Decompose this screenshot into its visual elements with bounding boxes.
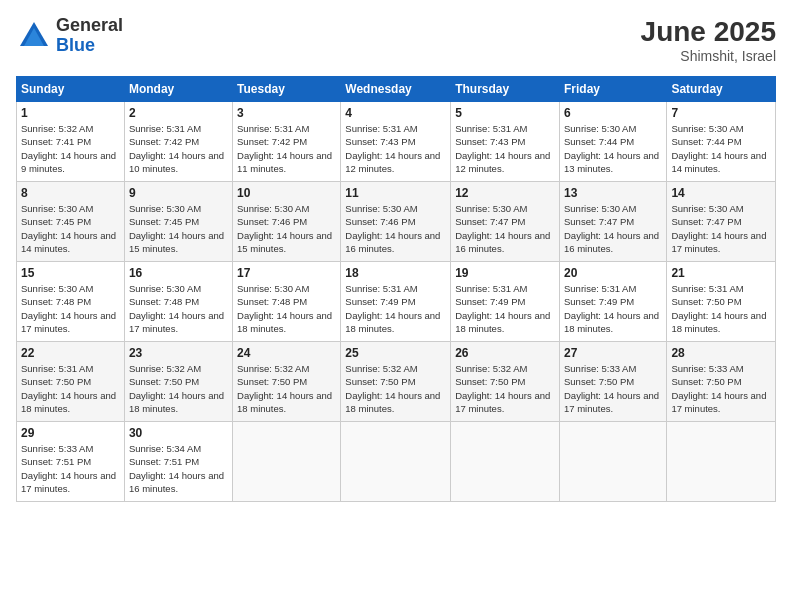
- table-row: 14Sunrise: 5:30 AM Sunset: 7:47 PM Dayli…: [667, 182, 776, 262]
- day-info: Sunrise: 5:30 AM Sunset: 7:44 PM Dayligh…: [671, 122, 771, 175]
- day-number: 3: [237, 106, 336, 120]
- day-number: 28: [671, 346, 771, 360]
- day-number: 5: [455, 106, 555, 120]
- table-row: 29Sunrise: 5:33 AM Sunset: 7:51 PM Dayli…: [17, 422, 125, 502]
- calendar-row: 1Sunrise: 5:32 AM Sunset: 7:41 PM Daylig…: [17, 102, 776, 182]
- table-row: 1Sunrise: 5:32 AM Sunset: 7:41 PM Daylig…: [17, 102, 125, 182]
- day-info: Sunrise: 5:31 AM Sunset: 7:43 PM Dayligh…: [455, 122, 555, 175]
- day-info: Sunrise: 5:30 AM Sunset: 7:48 PM Dayligh…: [21, 282, 120, 335]
- day-number: 27: [564, 346, 662, 360]
- calendar-row: 15Sunrise: 5:30 AM Sunset: 7:48 PM Dayli…: [17, 262, 776, 342]
- day-info: Sunrise: 5:32 AM Sunset: 7:50 PM Dayligh…: [345, 362, 446, 415]
- day-number: 25: [345, 346, 446, 360]
- day-info: Sunrise: 5:32 AM Sunset: 7:50 PM Dayligh…: [129, 362, 228, 415]
- day-info: Sunrise: 5:32 AM Sunset: 7:50 PM Dayligh…: [237, 362, 336, 415]
- table-row: 6Sunrise: 5:30 AM Sunset: 7:44 PM Daylig…: [559, 102, 666, 182]
- day-number: 18: [345, 266, 446, 280]
- table-row: [667, 422, 776, 502]
- col-saturday: Saturday: [667, 77, 776, 102]
- day-info: Sunrise: 5:32 AM Sunset: 7:50 PM Dayligh…: [455, 362, 555, 415]
- day-number: 17: [237, 266, 336, 280]
- day-info: Sunrise: 5:30 AM Sunset: 7:46 PM Dayligh…: [345, 202, 446, 255]
- table-row: 8Sunrise: 5:30 AM Sunset: 7:45 PM Daylig…: [17, 182, 125, 262]
- table-row: 2Sunrise: 5:31 AM Sunset: 7:42 PM Daylig…: [124, 102, 232, 182]
- table-row: 13Sunrise: 5:30 AM Sunset: 7:47 PM Dayli…: [559, 182, 666, 262]
- table-row: 19Sunrise: 5:31 AM Sunset: 7:49 PM Dayli…: [451, 262, 560, 342]
- table-row: 23Sunrise: 5:32 AM Sunset: 7:50 PM Dayli…: [124, 342, 232, 422]
- day-number: 13: [564, 186, 662, 200]
- table-row: 27Sunrise: 5:33 AM Sunset: 7:50 PM Dayli…: [559, 342, 666, 422]
- logo-icon: [16, 18, 52, 54]
- calendar-row: 8Sunrise: 5:30 AM Sunset: 7:45 PM Daylig…: [17, 182, 776, 262]
- day-info: Sunrise: 5:31 AM Sunset: 7:50 PM Dayligh…: [21, 362, 120, 415]
- table-row: 7Sunrise: 5:30 AM Sunset: 7:44 PM Daylig…: [667, 102, 776, 182]
- day-info: Sunrise: 5:31 AM Sunset: 7:49 PM Dayligh…: [345, 282, 446, 335]
- table-row: [559, 422, 666, 502]
- day-number: 20: [564, 266, 662, 280]
- day-info: Sunrise: 5:30 AM Sunset: 7:47 PM Dayligh…: [455, 202, 555, 255]
- table-row: 3Sunrise: 5:31 AM Sunset: 7:42 PM Daylig…: [233, 102, 341, 182]
- header: General Blue June 2025 Shimshit, Israel: [16, 16, 776, 64]
- table-row: 16Sunrise: 5:30 AM Sunset: 7:48 PM Dayli…: [124, 262, 232, 342]
- day-info: Sunrise: 5:31 AM Sunset: 7:50 PM Dayligh…: [671, 282, 771, 335]
- day-info: Sunrise: 5:30 AM Sunset: 7:48 PM Dayligh…: [129, 282, 228, 335]
- day-info: Sunrise: 5:33 AM Sunset: 7:51 PM Dayligh…: [21, 442, 120, 495]
- table-row: 18Sunrise: 5:31 AM Sunset: 7:49 PM Dayli…: [341, 262, 451, 342]
- table-row: 28Sunrise: 5:33 AM Sunset: 7:50 PM Dayli…: [667, 342, 776, 422]
- day-info: Sunrise: 5:31 AM Sunset: 7:43 PM Dayligh…: [345, 122, 446, 175]
- title-block: June 2025 Shimshit, Israel: [641, 16, 776, 64]
- day-info: Sunrise: 5:32 AM Sunset: 7:41 PM Dayligh…: [21, 122, 120, 175]
- day-number: 11: [345, 186, 446, 200]
- table-row: 15Sunrise: 5:30 AM Sunset: 7:48 PM Dayli…: [17, 262, 125, 342]
- day-info: Sunrise: 5:30 AM Sunset: 7:45 PM Dayligh…: [129, 202, 228, 255]
- day-number: 7: [671, 106, 771, 120]
- day-number: 21: [671, 266, 771, 280]
- table-row: 24Sunrise: 5:32 AM Sunset: 7:50 PM Dayli…: [233, 342, 341, 422]
- day-info: Sunrise: 5:30 AM Sunset: 7:45 PM Dayligh…: [21, 202, 120, 255]
- table-row: 21Sunrise: 5:31 AM Sunset: 7:50 PM Dayli…: [667, 262, 776, 342]
- page: General Blue June 2025 Shimshit, Israel …: [0, 0, 792, 612]
- table-row: 17Sunrise: 5:30 AM Sunset: 7:48 PM Dayli…: [233, 262, 341, 342]
- day-info: Sunrise: 5:30 AM Sunset: 7:46 PM Dayligh…: [237, 202, 336, 255]
- table-row: 30Sunrise: 5:34 AM Sunset: 7:51 PM Dayli…: [124, 422, 232, 502]
- subtitle: Shimshit, Israel: [641, 48, 776, 64]
- day-number: 14: [671, 186, 771, 200]
- day-number: 15: [21, 266, 120, 280]
- table-row: 10Sunrise: 5:30 AM Sunset: 7:46 PM Dayli…: [233, 182, 341, 262]
- day-number: 9: [129, 186, 228, 200]
- logo-general: General: [56, 16, 123, 36]
- day-number: 6: [564, 106, 662, 120]
- table-row: [233, 422, 341, 502]
- logo: General Blue: [16, 16, 123, 56]
- day-number: 23: [129, 346, 228, 360]
- table-row: 4Sunrise: 5:31 AM Sunset: 7:43 PM Daylig…: [341, 102, 451, 182]
- day-info: Sunrise: 5:34 AM Sunset: 7:51 PM Dayligh…: [129, 442, 228, 495]
- table-row: 20Sunrise: 5:31 AM Sunset: 7:49 PM Dayli…: [559, 262, 666, 342]
- day-number: 30: [129, 426, 228, 440]
- calendar-row: 22Sunrise: 5:31 AM Sunset: 7:50 PM Dayli…: [17, 342, 776, 422]
- day-number: 12: [455, 186, 555, 200]
- col-wednesday: Wednesday: [341, 77, 451, 102]
- day-number: 22: [21, 346, 120, 360]
- day-number: 1: [21, 106, 120, 120]
- day-info: Sunrise: 5:31 AM Sunset: 7:49 PM Dayligh…: [455, 282, 555, 335]
- day-info: Sunrise: 5:30 AM Sunset: 7:44 PM Dayligh…: [564, 122, 662, 175]
- day-number: 16: [129, 266, 228, 280]
- day-number: 26: [455, 346, 555, 360]
- day-number: 19: [455, 266, 555, 280]
- table-row: 5Sunrise: 5:31 AM Sunset: 7:43 PM Daylig…: [451, 102, 560, 182]
- month-title: June 2025: [641, 16, 776, 48]
- table-row: 22Sunrise: 5:31 AM Sunset: 7:50 PM Dayli…: [17, 342, 125, 422]
- day-number: 29: [21, 426, 120, 440]
- col-friday: Friday: [559, 77, 666, 102]
- table-row: 9Sunrise: 5:30 AM Sunset: 7:45 PM Daylig…: [124, 182, 232, 262]
- calendar-row: 29Sunrise: 5:33 AM Sunset: 7:51 PM Dayli…: [17, 422, 776, 502]
- day-info: Sunrise: 5:30 AM Sunset: 7:47 PM Dayligh…: [671, 202, 771, 255]
- day-number: 24: [237, 346, 336, 360]
- col-sunday: Sunday: [17, 77, 125, 102]
- day-info: Sunrise: 5:30 AM Sunset: 7:47 PM Dayligh…: [564, 202, 662, 255]
- day-info: Sunrise: 5:31 AM Sunset: 7:49 PM Dayligh…: [564, 282, 662, 335]
- table-row: [451, 422, 560, 502]
- col-thursday: Thursday: [451, 77, 560, 102]
- table-row: [341, 422, 451, 502]
